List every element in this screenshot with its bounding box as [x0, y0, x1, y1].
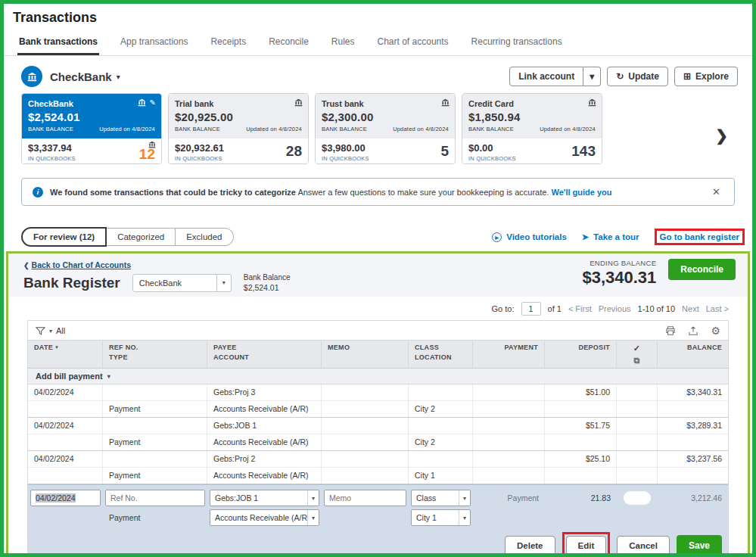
- update-button[interactable]: ↻ Update: [607, 67, 668, 86]
- chevron-down-icon: ▾: [49, 328, 52, 335]
- chevron-down-icon: ▾: [590, 71, 594, 82]
- ref-no-input[interactable]: [105, 490, 205, 506]
- tab-reconcile[interactable]: Reconcile: [267, 33, 310, 55]
- tab-app-transactions[interactable]: App transactions: [119, 33, 189, 55]
- account-card-trust-bank[interactable]: Trust bank $2,300.00 BANK BALANCE Update…: [315, 93, 456, 164]
- pencil-icon[interactable]: ✎: [150, 98, 156, 107]
- cleared-status-toggle[interactable]: [624, 491, 651, 505]
- banner-bold-text: We found some transactions that could be…: [50, 188, 296, 197]
- chevron-left-icon: ❮: [23, 262, 30, 269]
- tab-bank-transactions[interactable]: Bank transactions: [17, 33, 99, 55]
- next-page-link[interactable]: Next: [682, 304, 699, 313]
- bank-icon: [441, 98, 450, 107]
- edit-button[interactable]: Edit: [566, 536, 607, 555]
- account-select[interactable]: Accounts Receivable (A/R)▾: [210, 509, 319, 526]
- transaction-edit-row: 04/02/2024 Gebs:JOB 1▾ Class▾ Payment 21…: [28, 484, 728, 557]
- quickbooks-balance: $3,337.94: [28, 142, 76, 154]
- card-name: Credit Card: [468, 99, 596, 108]
- transaction-row[interactable]: 04/02/2024Gebs:Proj 2$25.10$3,237.56 Pay…: [28, 451, 728, 484]
- location-select[interactable]: City 1▾: [411, 509, 471, 526]
- transaction-row[interactable]: 04/02/2024Gebs:JOB 1$51.75$3,289.31 Paym…: [28, 418, 728, 451]
- explore-button[interactable]: ⊞ Explore: [674, 67, 738, 86]
- reconcile-button[interactable]: Reconcile: [668, 259, 736, 280]
- payee-select[interactable]: Gebs:JOB 1▾: [210, 490, 319, 506]
- account-bar: CheckBank ▾ Link account ▾ ↻ Update ⊞ Ex…: [4, 56, 752, 90]
- updated-date: Updated on 4/8/2024: [99, 126, 155, 132]
- class-select[interactable]: Class▾: [411, 490, 471, 506]
- last-page-link[interactable]: Last >: [706, 304, 729, 313]
- well-guide-you-link[interactable]: We'll guide you: [551, 188, 611, 197]
- filter-control[interactable]: ▾ All: [36, 326, 65, 335]
- cards-scroll-right-icon[interactable]: ❯: [715, 126, 728, 145]
- account-cards: CheckBank ✎ $2,524.01 BANK BALANCE Updat…: [4, 90, 752, 164]
- bank-balance-label: BANK BALANCE: [468, 126, 514, 132]
- column-header-date[interactable]: DATE▼: [28, 341, 103, 368]
- account-actions: Link account ▾ ↻ Update ⊞ Explore: [509, 67, 738, 86]
- video-tutorials-link[interactable]: ▶ Video tutorials: [492, 232, 567, 242]
- video-tutorials-label: Video tutorials: [506, 232, 567, 241]
- bank-balance: $2,300.00: [322, 110, 449, 123]
- tab-excluded[interactable]: Excluded: [176, 228, 233, 246]
- sort-down-icon: ▼: [54, 345, 59, 350]
- transaction-row[interactable]: 04/02/2024Gebs:Proj 3$51.00$3,340.31 Pay…: [28, 384, 728, 418]
- cancel-button[interactable]: Cancel: [617, 536, 670, 555]
- go-to-bank-register-link[interactable]: Go to bank register: [660, 232, 739, 241]
- page-of-label: of 1: [548, 304, 562, 313]
- updated-date: Updated on 4/8/2024: [540, 126, 596, 132]
- bank-icon: [148, 141, 156, 148]
- account-select-value: CheckBank: [133, 275, 216, 291]
- previous-page-link[interactable]: Previous: [599, 304, 631, 313]
- back-to-chart-of-accounts-link[interactable]: ❮Back to Chart of Accounts: [23, 260, 131, 269]
- account-select[interactable]: CheckBank ▾: [132, 274, 232, 292]
- goto-label: Go to:: [492, 304, 515, 313]
- delete-button[interactable]: Delete: [505, 536, 555, 555]
- export-icon[interactable]: [688, 326, 698, 335]
- column-header-payment: PAYMENT: [473, 341, 545, 368]
- quick-links: ▶ Video tutorials ➤ Take a tour Go to ba…: [492, 229, 745, 245]
- memo-input[interactable]: [324, 490, 406, 506]
- page-number-input[interactable]: [521, 302, 541, 316]
- refresh-icon: ↻: [616, 71, 624, 82]
- print-icon[interactable]: [665, 326, 676, 335]
- take-a-tour-link[interactable]: ➤ Take a tour: [582, 232, 639, 242]
- link-account-split-button: Link account ▾: [509, 67, 601, 86]
- banner-text: We found some transactions that could be…: [50, 188, 612, 197]
- add-transaction-row[interactable]: Add bill payment ▾: [28, 369, 728, 384]
- tab-recurring-transactions[interactable]: Recurring transactions: [470, 33, 564, 55]
- card-footer: $20,932.61 IN QUICKBOOKS 28: [169, 138, 308, 163]
- account-card-checkbank[interactable]: CheckBank ✎ $2,524.01 BANK BALANCE Updat…: [21, 93, 162, 164]
- register-title: Bank Register: [23, 275, 120, 291]
- send-icon: ➤: [582, 232, 589, 242]
- edit-row-actions: Delete Edit Cancel Save: [28, 527, 728, 557]
- payment-field[interactable]: Payment: [473, 493, 545, 503]
- bank-register-panel: ❮Back to Chart of Accounts Bank Register…: [6, 251, 750, 557]
- save-button[interactable]: Save: [677, 535, 722, 556]
- tab-categorized[interactable]: Categorized: [107, 228, 176, 246]
- account-card-credit-card[interactable]: Credit Card $1,850.94 BANK BALANCE Updat…: [462, 93, 602, 164]
- quickbooks-balance: $3,980.00: [322, 142, 369, 154]
- first-page-link[interactable]: < First: [568, 304, 592, 313]
- close-icon[interactable]: ✕: [709, 186, 723, 198]
- ending-balance-label: ENDING BALANCE: [582, 259, 656, 267]
- bank-icon: [588, 98, 596, 107]
- transaction-count: 28: [286, 143, 302, 160]
- date-input[interactable]: 04/02/2024: [30, 490, 101, 506]
- filter-label: All: [56, 326, 65, 335]
- deposit-field[interactable]: 21.83: [545, 493, 617, 503]
- tab-rules[interactable]: Rules: [330, 33, 356, 55]
- link-account-button[interactable]: Link account: [509, 67, 583, 86]
- chevron-down-icon[interactable]: ▾: [117, 73, 120, 81]
- chevron-down-icon: ▾: [459, 510, 470, 525]
- tab-chart-of-accounts[interactable]: Chart of accounts: [376, 33, 450, 55]
- account-card-trial-bank[interactable]: Trial bank $20,925.00 BANK BALANCE Updat…: [168, 93, 309, 164]
- gear-icon[interactable]: ⚙: [711, 325, 720, 336]
- link-account-caret-button[interactable]: ▾: [583, 67, 601, 86]
- bank-balance-label: BANK BALANCE: [175, 126, 220, 132]
- tab-for-review[interactable]: For review (12): [21, 227, 107, 247]
- transactions-page: Transactions Bank transactions App trans…: [0, 0, 756, 557]
- banner-regular-text: Answer a few questions to make sure your…: [296, 188, 552, 197]
- column-header-payee-account: PAYEEACCOUNT: [207, 341, 322, 368]
- tab-receipts[interactable]: Receipts: [209, 33, 247, 55]
- bank-balance: $1,850.94: [468, 110, 596, 123]
- highlight-box-go-to-bank-register: Go to bank register: [655, 229, 745, 245]
